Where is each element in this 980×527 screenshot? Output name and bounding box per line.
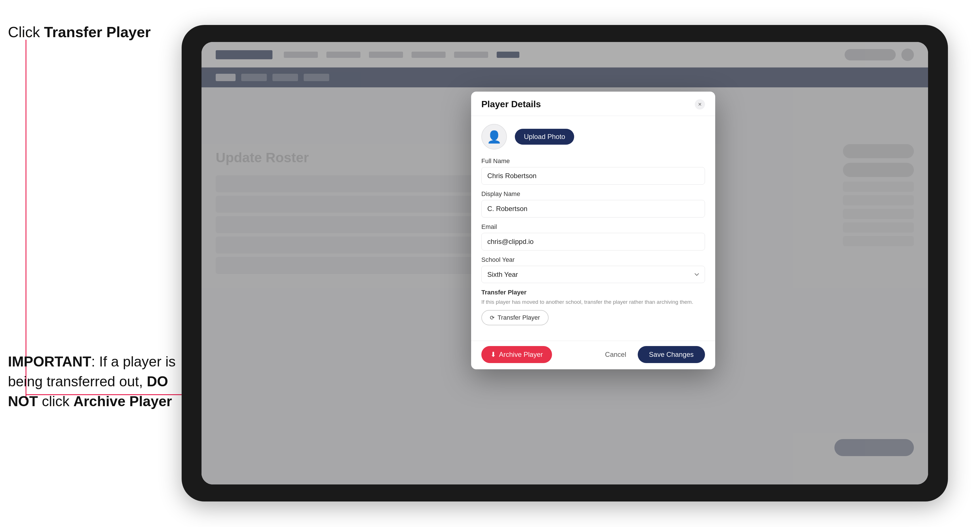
email-input[interactable] xyxy=(481,233,705,251)
instruction-bottom: IMPORTANT: If a player is being transfer… xyxy=(8,352,184,411)
instruction-end-text: click xyxy=(38,394,73,409)
player-details-modal: Player Details × 👤 Upload Photo Full Nam… xyxy=(471,92,715,369)
display-name-label: Display Name xyxy=(481,190,705,198)
modal-header: Player Details × xyxy=(471,92,715,116)
annotation-vertical-line xyxy=(25,40,26,400)
transfer-player-button[interactable]: ⟳ Transfer Player xyxy=(481,310,549,325)
full-name-input[interactable] xyxy=(481,167,705,185)
archive-icon: ⬇ xyxy=(490,351,496,359)
display-name-input[interactable] xyxy=(481,200,705,217)
avatar-circle: 👤 xyxy=(481,124,507,149)
transfer-section-description: If this player has moved to another scho… xyxy=(481,298,705,306)
ipad-device: Update Roster xyxy=(181,25,948,502)
school-year-select[interactable]: Sixth Year Fifth Year Fourth Year Third … xyxy=(481,266,705,283)
archive-player-button[interactable]: ⬇ Archive Player xyxy=(481,346,552,363)
modal-footer: ⬇ Archive Player Cancel Save Changes xyxy=(471,341,715,369)
modal-body: 👤 Upload Photo Full Name Display Name Em… xyxy=(471,116,715,341)
transfer-button-label: Transfer Player xyxy=(498,314,540,321)
upload-photo-button[interactable]: Upload Photo xyxy=(515,129,574,144)
instruction-transfer-bold: Transfer Player xyxy=(44,24,151,40)
instruction-important-label: IMPORTANT xyxy=(8,354,91,370)
instruction-top-text: Click xyxy=(8,24,44,40)
close-icon: × xyxy=(698,101,702,108)
avatar-upload-row: 👤 Upload Photo xyxy=(481,124,705,149)
school-year-group: School Year Sixth Year Fifth Year Fourth… xyxy=(481,256,705,283)
transfer-section-title: Transfer Player xyxy=(481,289,705,296)
full-name-group: Full Name xyxy=(481,157,705,185)
email-label: Email xyxy=(481,223,705,230)
display-name-group: Display Name xyxy=(481,190,705,217)
archive-button-label: Archive Player xyxy=(499,351,543,359)
instruction-archive-label: Archive Player xyxy=(73,394,172,409)
email-group: Email xyxy=(481,223,705,251)
modal-close-button[interactable]: × xyxy=(695,99,705,110)
cancel-button[interactable]: Cancel xyxy=(600,346,632,363)
school-year-label: School Year xyxy=(481,256,705,264)
transfer-player-section: Transfer Player If this player has moved… xyxy=(481,289,705,325)
save-changes-button[interactable]: Save Changes xyxy=(638,346,705,363)
ipad-screen: Update Roster xyxy=(202,42,928,484)
person-icon: 👤 xyxy=(487,130,501,144)
full-name-label: Full Name xyxy=(481,157,705,165)
transfer-icon: ⟳ xyxy=(490,314,495,321)
instruction-top: Click Transfer Player xyxy=(8,23,151,42)
modal-title: Player Details xyxy=(481,99,541,110)
